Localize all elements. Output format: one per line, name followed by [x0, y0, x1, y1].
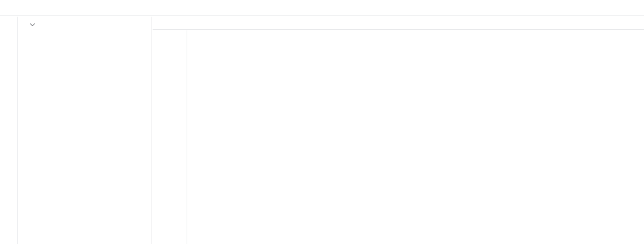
gutter-separator — [187, 30, 187, 244]
editor-tab-bar — [153, 17, 644, 30]
tab-localdatetimetypehandler[interactable] — [156, 17, 175, 29]
editor-area — [153, 17, 644, 244]
project-panel — [18, 17, 152, 244]
code-editor[interactable] — [153, 30, 644, 244]
breadcrumb — [0, 0, 644, 16]
tool-window-stripe — [0, 17, 18, 244]
chevron-down-icon — [29, 21, 36, 28]
project-panel-header[interactable] — [18, 17, 151, 32]
ide-window — [0, 0, 644, 244]
